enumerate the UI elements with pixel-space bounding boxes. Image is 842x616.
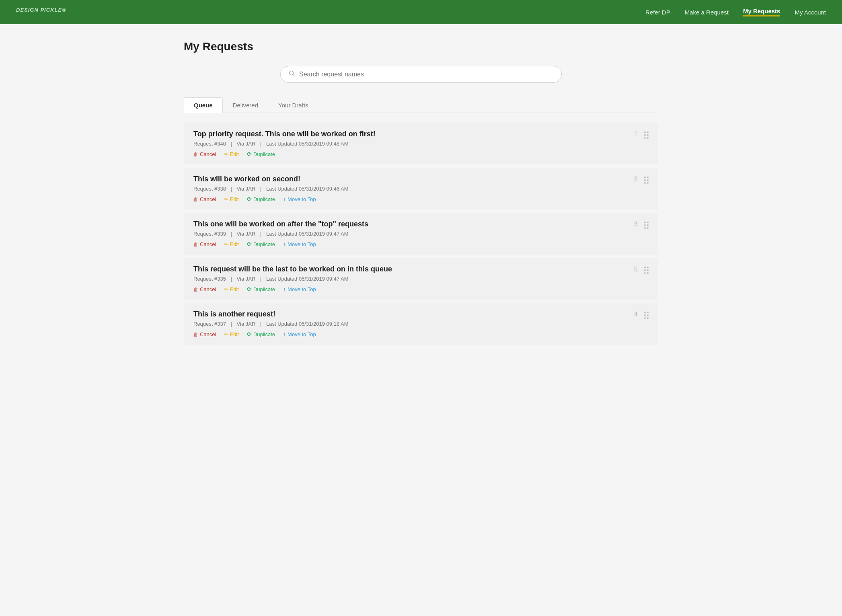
drag-dot bbox=[647, 182, 649, 184]
edit-button[interactable]: Edit bbox=[224, 241, 238, 247]
request-via: Via JAR bbox=[237, 231, 256, 237]
drag-dot bbox=[644, 317, 646, 319]
nav-refer-dp[interactable]: Refer DP bbox=[645, 9, 670, 16]
request-number: Request #339 bbox=[193, 231, 226, 237]
duplicate-label: Duplicate bbox=[253, 241, 275, 247]
move-icon bbox=[283, 241, 286, 247]
request-right: 5 bbox=[634, 265, 649, 274]
drag-handle[interactable] bbox=[644, 131, 649, 139]
cancel-button[interactable]: Cancel bbox=[193, 196, 216, 202]
queue-position: 2 bbox=[634, 176, 638, 183]
drag-dot bbox=[647, 317, 649, 319]
cancel-label: Cancel bbox=[200, 196, 216, 202]
cancel-button[interactable]: Cancel bbox=[193, 286, 216, 292]
request-meta: Request #338 | Via JAR | Last Updated 05… bbox=[193, 186, 634, 192]
drag-dot bbox=[644, 272, 646, 274]
edit-label: Edit bbox=[230, 151, 238, 157]
request-left: This will be worked on second! Request #… bbox=[193, 175, 634, 202]
request-list: Top priority request. This one will be w… bbox=[184, 123, 658, 345]
duplicate-button[interactable]: Duplicate bbox=[247, 196, 275, 202]
edit-label: Edit bbox=[230, 286, 238, 292]
duplicate-button[interactable]: Duplicate bbox=[247, 151, 275, 157]
sep2: | bbox=[260, 186, 261, 192]
drag-handle[interactable] bbox=[644, 221, 649, 229]
request-title: This is another request! bbox=[193, 310, 634, 318]
drag-dot bbox=[644, 134, 646, 136]
duplicate-icon bbox=[247, 196, 252, 202]
cancel-button[interactable]: Cancel bbox=[193, 151, 216, 157]
trash-icon bbox=[193, 151, 198, 157]
drag-handle[interactable] bbox=[644, 311, 649, 319]
nav-links: Refer DP Make a Request My Requests My A… bbox=[645, 8, 826, 16]
drag-handle[interactable] bbox=[644, 266, 649, 274]
edit-button[interactable]: Edit bbox=[224, 151, 238, 157]
duplicate-button[interactable]: Duplicate bbox=[247, 286, 275, 292]
trash-icon bbox=[193, 286, 198, 292]
drag-dot bbox=[644, 269, 646, 271]
tab-your-drafts[interactable]: Your Drafts bbox=[268, 97, 318, 113]
nav-make-request[interactable]: Make a Request bbox=[685, 9, 729, 16]
request-meta: Request #335 | Via JAR | Last Updated 05… bbox=[193, 276, 634, 282]
main-content: My Requests Queue Delivered Your Drafts … bbox=[168, 24, 674, 369]
tab-queue[interactable]: Queue bbox=[184, 97, 223, 113]
pencil-icon bbox=[224, 286, 228, 292]
move-icon bbox=[283, 196, 286, 202]
brand-name: DESIGN PICKLE bbox=[16, 7, 62, 13]
request-title: Top priority request. This one will be w… bbox=[193, 130, 634, 138]
duplicate-button[interactable]: Duplicate bbox=[247, 331, 275, 337]
drag-dot bbox=[647, 222, 649, 223]
list-item: This one will be worked on after the "to… bbox=[184, 213, 658, 255]
request-meta: Request #340 | Via JAR | Last Updated 05… bbox=[193, 141, 634, 147]
move-to-top-button[interactable]: Move to Top bbox=[283, 241, 316, 247]
duplicate-button[interactable]: Duplicate bbox=[247, 241, 275, 247]
drag-dot bbox=[644, 177, 646, 178]
edit-button[interactable]: Edit bbox=[224, 331, 238, 337]
drag-dot bbox=[644, 314, 646, 316]
sep2: | bbox=[260, 231, 261, 237]
duplicate-label: Duplicate bbox=[253, 331, 275, 337]
drag-dot bbox=[644, 182, 646, 184]
move-to-top-button[interactable]: Move to Top bbox=[283, 331, 316, 337]
request-actions: Cancel Edit Duplicate Move to Top bbox=[193, 241, 634, 247]
edit-label: Edit bbox=[230, 196, 238, 202]
sep1: | bbox=[231, 276, 232, 282]
nav-my-requests[interactable]: My Requests bbox=[743, 8, 780, 16]
cancel-button[interactable]: Cancel bbox=[193, 241, 216, 247]
request-actions: Cancel Edit Duplicate bbox=[193, 151, 634, 157]
duplicate-icon bbox=[247, 151, 252, 157]
sep2: | bbox=[260, 141, 261, 147]
edit-button[interactable]: Edit bbox=[224, 286, 238, 292]
cancel-label: Cancel bbox=[200, 241, 216, 247]
request-via: Via JAR bbox=[237, 141, 256, 147]
move-icon bbox=[283, 286, 286, 292]
request-title: This one will be worked on after the "to… bbox=[193, 220, 634, 228]
cancel-button[interactable]: Cancel bbox=[193, 331, 216, 337]
request-last-updated: Last Updated 05/31/2019 09:47 AM bbox=[266, 231, 349, 237]
trash-icon bbox=[193, 241, 198, 247]
request-meta: Request #337 | Via JAR | Last Updated 05… bbox=[193, 321, 634, 327]
drag-dot bbox=[644, 312, 646, 313]
request-last-updated: Last Updated 05/31/2019 09:46 AM bbox=[266, 186, 349, 192]
drag-dot bbox=[647, 134, 649, 136]
move-to-top-button[interactable]: Move to Top bbox=[283, 286, 316, 292]
move-to-top-label: Move to Top bbox=[288, 286, 316, 292]
cancel-label: Cancel bbox=[200, 331, 216, 337]
request-title: This request will be the last to be work… bbox=[193, 265, 634, 273]
sep1: | bbox=[231, 231, 232, 237]
duplicate-icon bbox=[247, 241, 252, 247]
drag-dot bbox=[647, 224, 649, 226]
tab-delivered[interactable]: Delivered bbox=[223, 97, 268, 113]
edit-label: Edit bbox=[230, 241, 238, 247]
move-to-top-button[interactable]: Move to Top bbox=[283, 196, 316, 202]
search-input[interactable] bbox=[299, 71, 553, 78]
list-item: This is another request! Request #337 | … bbox=[184, 303, 658, 345]
request-left: This request will be the last to be work… bbox=[193, 265, 634, 292]
edit-button[interactable]: Edit bbox=[224, 196, 238, 202]
drag-dot bbox=[644, 137, 646, 139]
sep1: | bbox=[231, 141, 232, 147]
drag-handle[interactable] bbox=[644, 176, 649, 184]
trash-icon bbox=[193, 331, 198, 337]
request-actions: Cancel Edit Duplicate Move to Top bbox=[193, 331, 634, 337]
sep1: | bbox=[231, 321, 232, 327]
nav-my-account[interactable]: My Account bbox=[795, 9, 826, 16]
